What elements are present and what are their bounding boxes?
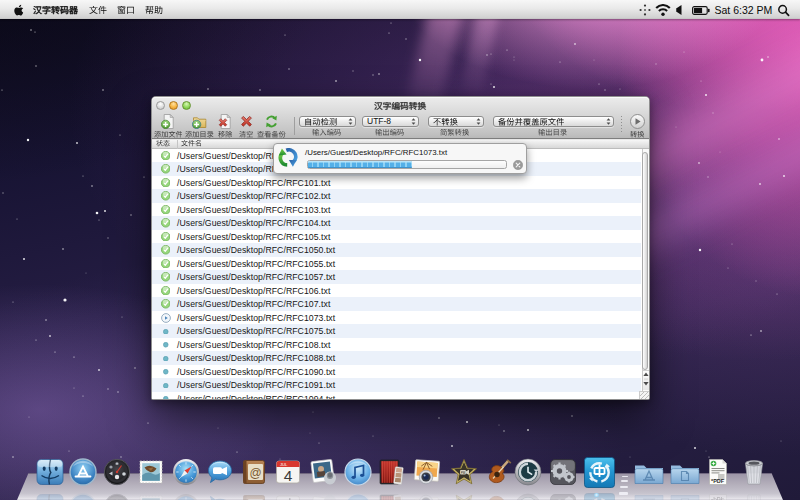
svg-text:*PDF: *PDF [711, 495, 725, 500]
svg-text:@: @ [249, 466, 261, 480]
svg-text:4: 4 [283, 495, 292, 500]
svg-text:*PDF: *PDF [711, 478, 725, 484]
svg-text:PM: PM [461, 471, 466, 475]
svg-text:4: 4 [283, 467, 292, 484]
